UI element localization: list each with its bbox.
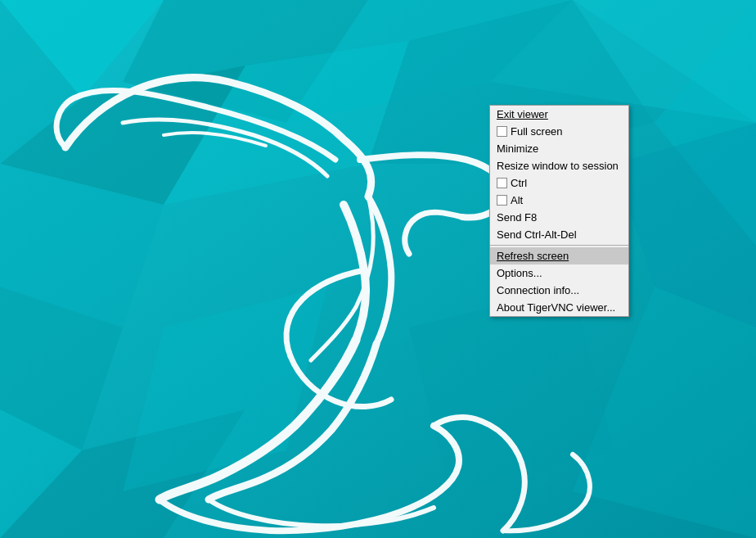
options-label: Options... (497, 267, 542, 279)
menu-item-send-ctrl-alt-del[interactable]: Send Ctrl-Alt-Del (490, 226, 628, 243)
context-menu: Exit viewer Full screen Minimize Resize … (489, 105, 629, 317)
alt-checkbox[interactable] (497, 195, 507, 206)
refresh-screen-label: Refresh screen (497, 250, 569, 262)
alt-label: Alt (511, 194, 523, 206)
menu-item-send-f8[interactable]: Send F8 (490, 209, 628, 226)
menu-item-exit-viewer[interactable]: Exit viewer (490, 106, 628, 123)
full-screen-checkbox[interactable] (497, 126, 507, 137)
menu-item-ctrl[interactable]: Ctrl (490, 174, 628, 192)
menu-item-refresh-screen[interactable]: Refresh screen (490, 247, 628, 264)
desktop-background (0, 0, 756, 538)
menu-item-alt[interactable]: Alt (490, 192, 628, 209)
about-tigervnc-label: About TigerVNC viewer... (497, 301, 615, 314)
ctrl-checkbox[interactable] (497, 178, 507, 188)
ctrl-label: Ctrl (511, 177, 527, 189)
menu-separator-1 (490, 245, 628, 246)
menu-item-options[interactable]: Options... (490, 264, 628, 282)
connection-info-label: Connection info... (497, 284, 579, 296)
exit-viewer-label: Exit viewer (497, 108, 548, 120)
menu-item-connection-info[interactable]: Connection info... (490, 282, 628, 299)
menu-item-resize-window[interactable]: Resize window to session (490, 157, 628, 174)
minimize-label: Minimize (497, 142, 538, 155)
send-ctrl-alt-del-label: Send Ctrl-Alt-Del (497, 228, 577, 241)
kali-dragon-svg (0, 0, 756, 538)
menu-item-full-screen[interactable]: Full screen (490, 123, 628, 140)
resize-window-label: Resize window to session (497, 160, 619, 172)
full-screen-label: Full screen (511, 125, 563, 138)
menu-item-about-tigervnc[interactable]: About TigerVNC viewer... (490, 299, 628, 316)
menu-item-minimize[interactable]: Minimize (490, 140, 628, 157)
send-f8-label: Send F8 (497, 211, 537, 224)
